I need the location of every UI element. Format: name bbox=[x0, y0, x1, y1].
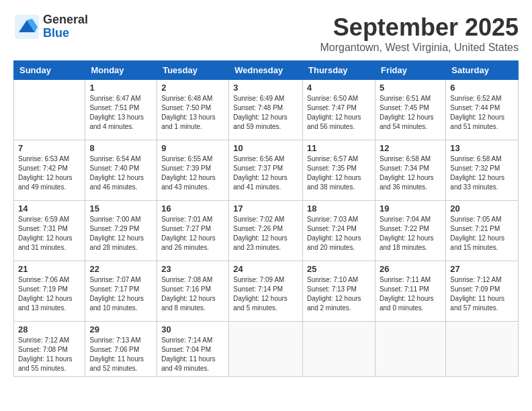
location: Morgantown, West Virginia, United States bbox=[320, 42, 519, 54]
day-info: Sunrise: 6:57 AM Sunset: 7:35 PM Dayligh… bbox=[307, 154, 371, 192]
calendar-cell bbox=[303, 322, 375, 377]
calendar-cell: 1Sunrise: 6:47 AM Sunset: 7:51 PM Daylig… bbox=[85, 80, 157, 140]
calendar-cell: 11Sunrise: 6:57 AM Sunset: 7:35 PM Dayli… bbox=[303, 140, 375, 201]
calendar-cell: 15Sunrise: 7:00 AM Sunset: 7:29 PM Dayli… bbox=[85, 201, 157, 261]
calendar-cell: 2Sunrise: 6:48 AM Sunset: 7:50 PM Daylig… bbox=[157, 80, 229, 140]
calendar-cell: 6Sunrise: 6:52 AM Sunset: 7:44 PM Daylig… bbox=[446, 80, 519, 140]
day-number: 10 bbox=[233, 143, 298, 153]
day-number: 20 bbox=[450, 203, 514, 214]
day-info: Sunrise: 6:54 AM Sunset: 7:40 PM Dayligh… bbox=[89, 154, 152, 192]
calendar-cell: 17Sunrise: 7:02 AM Sunset: 7:26 PM Dayli… bbox=[229, 201, 303, 261]
weekday-header-row: SundayMondayTuesdayWednesdayThursdayFrid… bbox=[14, 61, 519, 80]
weekday-header-tuesday: Tuesday bbox=[157, 61, 229, 80]
calendar-cell: 9Sunrise: 6:55 AM Sunset: 7:39 PM Daylig… bbox=[157, 140, 229, 201]
day-number: 27 bbox=[450, 264, 514, 274]
calendar-cell: 26Sunrise: 7:11 AM Sunset: 7:11 PM Dayli… bbox=[375, 261, 445, 322]
day-info: Sunrise: 6:51 AM Sunset: 7:45 PM Dayligh… bbox=[380, 94, 441, 132]
month-title: September 2025 bbox=[320, 13, 519, 42]
calendar-cell: 28Sunrise: 7:12 AM Sunset: 7:08 PM Dayli… bbox=[14, 322, 85, 377]
day-number: 24 bbox=[233, 264, 298, 274]
day-info: Sunrise: 7:13 AM Sunset: 7:06 PM Dayligh… bbox=[89, 336, 152, 373]
logo-general: General bbox=[43, 13, 88, 27]
logo-text: General Blue bbox=[43, 13, 88, 40]
calendar-cell: 29Sunrise: 7:13 AM Sunset: 7:06 PM Dayli… bbox=[85, 322, 157, 377]
page-header: General Blue September 2025 Morgantown, … bbox=[13, 13, 519, 54]
day-info: Sunrise: 7:02 AM Sunset: 7:26 PM Dayligh… bbox=[233, 215, 298, 253]
day-number: 22 bbox=[89, 264, 152, 274]
day-info: Sunrise: 6:52 AM Sunset: 7:44 PM Dayligh… bbox=[450, 94, 514, 132]
logo-icon bbox=[13, 13, 40, 40]
calendar-body: 1Sunrise: 6:47 AM Sunset: 7:51 PM Daylig… bbox=[14, 80, 519, 377]
week-row-3: 14Sunrise: 6:59 AM Sunset: 7:31 PM Dayli… bbox=[14, 201, 519, 261]
calendar-cell: 20Sunrise: 7:05 AM Sunset: 7:21 PM Dayli… bbox=[446, 201, 519, 261]
day-info: Sunrise: 6:58 AM Sunset: 7:32 PM Dayligh… bbox=[450, 154, 514, 192]
day-info: Sunrise: 6:56 AM Sunset: 7:37 PM Dayligh… bbox=[233, 154, 298, 192]
day-number: 2 bbox=[161, 83, 224, 93]
day-info: Sunrise: 6:47 AM Sunset: 7:51 PM Dayligh… bbox=[89, 94, 152, 132]
day-info: Sunrise: 7:03 AM Sunset: 7:24 PM Dayligh… bbox=[307, 215, 371, 253]
day-info: Sunrise: 7:06 AM Sunset: 7:19 PM Dayligh… bbox=[18, 275, 81, 313]
calendar-cell: 27Sunrise: 7:12 AM Sunset: 7:09 PM Dayli… bbox=[446, 261, 519, 322]
day-number: 26 bbox=[380, 264, 441, 274]
day-info: Sunrise: 6:53 AM Sunset: 7:42 PM Dayligh… bbox=[18, 154, 81, 192]
day-number: 18 bbox=[307, 203, 371, 214]
week-row-5: 28Sunrise: 7:12 AM Sunset: 7:08 PM Dayli… bbox=[14, 322, 519, 377]
calendar-cell: 21Sunrise: 7:06 AM Sunset: 7:19 PM Dayli… bbox=[14, 261, 85, 322]
day-info: Sunrise: 7:10 AM Sunset: 7:13 PM Dayligh… bbox=[307, 275, 371, 313]
day-number: 13 bbox=[450, 143, 514, 153]
day-info: Sunrise: 6:59 AM Sunset: 7:31 PM Dayligh… bbox=[18, 215, 81, 253]
calendar-cell: 13Sunrise: 6:58 AM Sunset: 7:32 PM Dayli… bbox=[446, 140, 519, 201]
day-number: 23 bbox=[161, 264, 224, 274]
calendar-cell: 10Sunrise: 6:56 AM Sunset: 7:37 PM Dayli… bbox=[229, 140, 303, 201]
day-info: Sunrise: 7:12 AM Sunset: 7:08 PM Dayligh… bbox=[18, 336, 81, 373]
day-number: 5 bbox=[380, 83, 441, 93]
day-number: 28 bbox=[18, 324, 81, 334]
day-number: 15 bbox=[89, 203, 152, 214]
day-info: Sunrise: 7:11 AM Sunset: 7:11 PM Dayligh… bbox=[380, 275, 441, 313]
day-number: 21 bbox=[18, 264, 81, 274]
weekday-header-sunday: Sunday bbox=[14, 61, 85, 80]
day-info: Sunrise: 6:49 AM Sunset: 7:48 PM Dayligh… bbox=[233, 94, 298, 132]
day-number: 7 bbox=[18, 143, 81, 153]
calendar-cell: 24Sunrise: 7:09 AM Sunset: 7:14 PM Dayli… bbox=[229, 261, 303, 322]
calendar-cell: 5Sunrise: 6:51 AM Sunset: 7:45 PM Daylig… bbox=[375, 80, 445, 140]
day-info: Sunrise: 7:07 AM Sunset: 7:17 PM Dayligh… bbox=[89, 275, 152, 313]
calendar-cell: 16Sunrise: 7:01 AM Sunset: 7:27 PM Dayli… bbox=[157, 201, 229, 261]
weekday-header-monday: Monday bbox=[85, 61, 157, 80]
day-number: 29 bbox=[89, 324, 152, 334]
day-number: 30 bbox=[161, 324, 224, 334]
logo-blue: Blue bbox=[43, 27, 88, 40]
week-row-2: 7Sunrise: 6:53 AM Sunset: 7:42 PM Daylig… bbox=[14, 140, 519, 201]
calendar-cell bbox=[375, 322, 445, 377]
day-info: Sunrise: 7:14 AM Sunset: 7:04 PM Dayligh… bbox=[161, 336, 224, 373]
calendar-cell: 19Sunrise: 7:04 AM Sunset: 7:22 PM Dayli… bbox=[375, 201, 445, 261]
weekday-header-friday: Friday bbox=[375, 61, 445, 80]
day-number: 11 bbox=[307, 143, 371, 153]
calendar-cell: 23Sunrise: 7:08 AM Sunset: 7:16 PM Dayli… bbox=[157, 261, 229, 322]
day-number: 1 bbox=[89, 83, 152, 93]
calendar-cell: 25Sunrise: 7:10 AM Sunset: 7:13 PM Dayli… bbox=[303, 261, 375, 322]
day-info: Sunrise: 7:01 AM Sunset: 7:27 PM Dayligh… bbox=[161, 215, 224, 253]
weekday-header-wednesday: Wednesday bbox=[229, 61, 303, 80]
day-number: 3 bbox=[233, 83, 298, 93]
day-info: Sunrise: 6:55 AM Sunset: 7:39 PM Dayligh… bbox=[161, 154, 224, 192]
calendar-header: SundayMondayTuesdayWednesdayThursdayFrid… bbox=[14, 61, 519, 80]
day-info: Sunrise: 6:48 AM Sunset: 7:50 PM Dayligh… bbox=[161, 94, 224, 132]
day-info: Sunrise: 7:04 AM Sunset: 7:22 PM Dayligh… bbox=[380, 215, 441, 253]
title-block: September 2025 Morgantown, West Virginia… bbox=[320, 13, 519, 54]
day-number: 4 bbox=[307, 83, 371, 93]
day-info: Sunrise: 7:00 AM Sunset: 7:29 PM Dayligh… bbox=[89, 215, 152, 253]
day-info: Sunrise: 7:12 AM Sunset: 7:09 PM Dayligh… bbox=[450, 275, 514, 313]
day-number: 16 bbox=[161, 203, 224, 214]
day-number: 25 bbox=[307, 264, 371, 274]
calendar-cell: 22Sunrise: 7:07 AM Sunset: 7:17 PM Dayli… bbox=[85, 261, 157, 322]
calendar-cell: 18Sunrise: 7:03 AM Sunset: 7:24 PM Dayli… bbox=[303, 201, 375, 261]
calendar-cell: 30Sunrise: 7:14 AM Sunset: 7:04 PM Dayli… bbox=[157, 322, 229, 377]
calendar-cell bbox=[14, 80, 85, 140]
logo: General Blue bbox=[13, 13, 88, 40]
calendar-cell: 12Sunrise: 6:58 AM Sunset: 7:34 PM Dayli… bbox=[375, 140, 445, 201]
weekday-header-saturday: Saturday bbox=[446, 61, 519, 80]
day-number: 14 bbox=[18, 203, 81, 214]
day-info: Sunrise: 7:08 AM Sunset: 7:16 PM Dayligh… bbox=[161, 275, 224, 313]
calendar-cell bbox=[446, 322, 519, 377]
